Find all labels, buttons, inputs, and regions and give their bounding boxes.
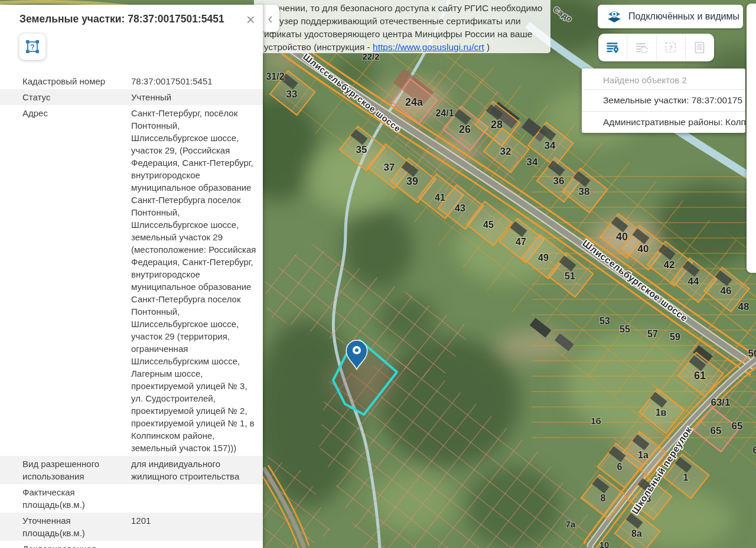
parcel-number: 1в	[656, 407, 667, 417]
parcel-number: 42	[664, 259, 675, 270]
attribute-label: Декларированная площадь(кв.м.)	[22, 543, 131, 548]
parcel-number: 6	[753, 445, 756, 455]
svg-text:?: ?	[669, 44, 673, 51]
parcel-number: 59	[670, 332, 680, 342]
attribute-label: Вид разрешенного использования	[22, 458, 131, 482]
parcel-number: 1	[683, 472, 689, 482]
attribute-row: АдресСанкт-Петербург, посёлок Понтонный,…	[0, 105, 263, 456]
attribute-value: для индивидуального жилищного строительс…	[131, 458, 257, 482]
objects-list-button[interactable]	[598, 34, 627, 61]
parcel-number: 34	[527, 156, 538, 168]
parcel-number: 28	[491, 119, 503, 131]
parcel-number: 32	[500, 146, 511, 157]
attribute-row: Декларированная площадь(кв.м.)	[0, 541, 263, 548]
parcel-number: 37	[384, 162, 395, 173]
attribute-label: Статус	[22, 91, 131, 103]
parcel-number: 63/1	[711, 397, 730, 408]
parcel-number: 49	[538, 253, 549, 263]
notification-text-line: устройство (инструкция - https://www.gos…	[264, 41, 548, 54]
parcel-number: 8	[601, 493, 606, 503]
attribute-value	[131, 543, 257, 548]
parcel-number: 24а	[405, 96, 423, 108]
attribute-label: Кадастровый номер	[22, 75, 131, 87]
attribute-value: Санкт-Петербург, посёлок Понтонный, Шлис…	[131, 107, 257, 454]
parcel-number: 6	[617, 462, 623, 472]
parcel-number: 43	[455, 203, 465, 213]
parcel-number: 24/1	[435, 108, 454, 118]
parcel-number: 36	[553, 175, 565, 187]
identify-area-icon: ?	[25, 39, 40, 54]
svg-text:?: ?	[30, 43, 34, 51]
attribute-row: Уточненная площадь(кв.м.)1201	[0, 513, 263, 541]
parcel-number: 40	[616, 231, 628, 243]
attribute-row: СтатусУчтенный	[0, 89, 263, 105]
parcel-number: 10	[599, 540, 610, 548]
list-with-pin-icon	[606, 41, 620, 54]
attribute-value: Учтенный	[131, 91, 257, 103]
identify-object-button[interactable]: ?	[657, 34, 686, 61]
parcel-number: 40	[638, 243, 649, 255]
report-button[interactable]	[686, 34, 714, 61]
attribute-label: Адрес	[22, 107, 131, 454]
parcel-number: 51	[565, 271, 575, 281]
parcel-number: 26	[459, 123, 471, 135]
collapse-notification-button[interactable]: ‹	[261, 5, 279, 32]
results-count-label: Найдено объектов 2	[582, 68, 745, 89]
parcel-number: 45	[483, 220, 494, 230]
parcel-number: 53	[599, 316, 610, 326]
parcel-number: 48	[738, 301, 750, 312]
search-results-panel: Найдено объектов 2 Земельные участки: 78…	[582, 68, 745, 133]
parcel-number: 31/2	[266, 71, 284, 81]
parcel-number: 33	[286, 89, 298, 100]
selection-list-button[interactable]	[627, 34, 656, 61]
results-toolbar: ?	[598, 34, 714, 61]
parcel-number: 38	[579, 186, 590, 197]
parcel-number: 61	[694, 370, 706, 381]
parcel-number: 34	[545, 140, 556, 151]
attribute-value	[131, 486, 257, 511]
parcel-number: 46	[721, 285, 732, 296]
identify-area-button[interactable]: ?	[19, 33, 46, 60]
feature-info-panel: Земельные участки: 78:37:0017501:5451 × …	[0, 5, 263, 548]
notification-text-line: браузер поддерживающий отечественные сер…	[264, 15, 548, 28]
parcel-number: 47	[516, 237, 526, 247]
visible-layers-label: Подключённых и видимы	[628, 11, 739, 22]
parcel-number: 65	[732, 420, 743, 432]
layers-eye-icon	[607, 9, 622, 24]
collapsed-panel-edge[interactable]	[747, 4, 756, 273]
parcel-number: 50	[748, 348, 756, 359]
parcel-number: 44	[688, 276, 699, 287]
close-icon[interactable]: ×	[246, 12, 255, 27]
attribute-value: 1201	[131, 514, 257, 539]
attribute-row: Вид разрешенного использованиядля индиви…	[0, 456, 263, 484]
notification-text: ключении, то для безопасного доступа к с…	[264, 2, 548, 54]
parcel-number: 55	[620, 324, 630, 334]
search-result-item[interactable]: Административные районы: Колп	[582, 111, 745, 133]
parcel-number: 7а	[566, 519, 576, 529]
attribute-table: Кадастровый номер78:37:0017501:5451Стату…	[0, 73, 263, 548]
chevron-left-icon: ‹	[268, 9, 273, 28]
attribute-label: Уточненная площадь(кв.м.)	[22, 514, 131, 539]
parcel-number: 39	[406, 175, 418, 187]
attribute-row: Фактическая площадь(кв.м.)	[0, 484, 263, 513]
document-icon	[693, 41, 706, 54]
gosuslugi-link[interactable]: https://www.gosuslugi.ru/crt	[373, 42, 484, 52]
parcel-number: 1б	[591, 416, 601, 426]
attribute-row: Кадастровый номер78:37:0017501:5451	[0, 73, 263, 89]
list-with-extent-icon	[635, 41, 649, 54]
notification-banner: ключении, то для безопасного доступа к с…	[254, 0, 550, 53]
panel-title: Земельные участки: 78:37:0017501:5451	[19, 13, 224, 25]
attribute-label: Фактическая площадь(кв.м.)	[22, 486, 131, 511]
search-result-item[interactable]: Земельные участки: 78:37:00175	[582, 89, 745, 111]
attribute-value: 78:37:0017501:5451	[131, 75, 257, 87]
parcel-number: 65	[711, 425, 722, 436]
parcel-number: 57	[647, 329, 658, 339]
parcel-number: 8а	[631, 529, 642, 539]
parcel-number: 1а	[638, 450, 649, 460]
notification-text-line: ключении, то для безопасного доступа к с…	[264, 2, 548, 15]
parcel-number: 35	[356, 144, 367, 155]
notification-text-line: ификаты удостоверяющего центра Минцифры …	[264, 28, 548, 41]
parcel-number: 41	[435, 193, 445, 203]
question-extent-icon: ?	[664, 41, 677, 54]
visible-layers-button[interactable]: Подключённых и видимы	[598, 5, 743, 28]
